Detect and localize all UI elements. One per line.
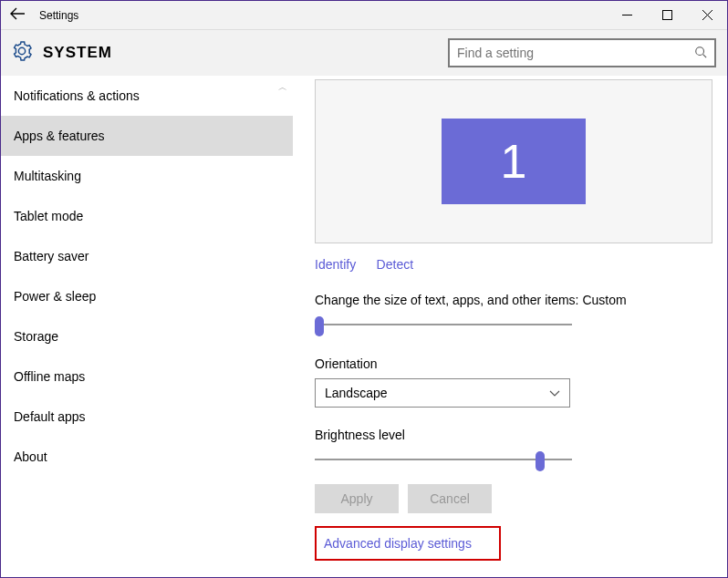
monitor-tile[interactable]: 1 (442, 119, 586, 204)
search-input-container[interactable] (448, 38, 716, 67)
sidebar-item-apps-features[interactable]: Apps & features (1, 116, 293, 156)
slider-thumb[interactable] (315, 316, 324, 336)
page-title: SYSTEM (43, 44, 112, 62)
sidebar-item-label: Offline maps (14, 369, 85, 384)
chevron-down-icon (549, 386, 560, 400)
advanced-display-settings-link[interactable]: Advanced display settings (324, 536, 472, 551)
apply-button[interactable]: Apply (315, 484, 399, 513)
window-title: Settings (39, 9, 78, 22)
text-size-slider[interactable] (315, 313, 572, 336)
identify-link[interactable]: Identify (315, 257, 356, 272)
scroll-up-icon[interactable]: ︿ (278, 81, 287, 94)
slider-track (315, 459, 572, 460)
cancel-button[interactable]: Cancel (408, 484, 492, 513)
orientation-label: Orientation (315, 356, 712, 371)
gear-icon (12, 41, 32, 65)
sidebar-item-label: Storage (14, 329, 58, 344)
advanced-highlight: Advanced display settings (315, 526, 501, 561)
sidebar-item-tablet-mode[interactable]: Tablet mode (1, 196, 293, 236)
sidebar-item-label: Apps & features (14, 129, 105, 143)
back-button[interactable] (1, 5, 34, 25)
sidebar-item-label: Tablet mode (14, 209, 83, 223)
orientation-value: Landscape (325, 386, 388, 400)
sidebar-item-battery-saver[interactable]: Battery saver (1, 236, 293, 276)
slider-track (315, 324, 572, 325)
slider-thumb[interactable] (536, 451, 545, 471)
sidebar-item-label: Battery saver (14, 249, 88, 263)
brightness-label: Brightness level (315, 428, 712, 442)
svg-rect-0 (662, 11, 671, 20)
close-button[interactable] (687, 1, 727, 30)
sidebar-item-offline-maps[interactable]: Offline maps (1, 356, 293, 397)
search-input[interactable] (457, 46, 694, 60)
text-size-label: Change the size of text, apps, and other… (315, 293, 712, 307)
monitor-number: 1 (501, 134, 527, 189)
sidebar-item-label: Default apps (14, 409, 86, 424)
sidebar-item-notifications[interactable]: Notifications & actions (1, 76, 293, 116)
detect-link[interactable]: Detect (377, 257, 413, 272)
sidebar-item-label: About (14, 449, 47, 464)
sidebar-item-multitasking[interactable]: Multitasking (1, 156, 293, 196)
sidebar-item-label: Multitasking (14, 169, 81, 183)
orientation-select[interactable]: Landscape (315, 378, 570, 408)
sidebar: ︿ Notifications & actions Apps & feature… (1, 76, 293, 577)
maximize-button[interactable] (647, 1, 687, 30)
svg-point-1 (696, 46, 704, 55)
search-icon (694, 46, 707, 61)
sidebar-item-power-sleep[interactable]: Power & sleep (1, 276, 293, 316)
brightness-slider[interactable] (315, 448, 572, 471)
minimize-button[interactable] (607, 1, 647, 30)
sidebar-item-default-apps[interactable]: Default apps (1, 397, 293, 437)
display-preview: 1 (315, 79, 712, 243)
sidebar-item-storage[interactable]: Storage (1, 316, 293, 356)
sidebar-item-label: Notifications & actions (14, 88, 140, 103)
sidebar-item-about[interactable]: About (1, 437, 293, 477)
sidebar-item-label: Power & sleep (14, 289, 96, 304)
